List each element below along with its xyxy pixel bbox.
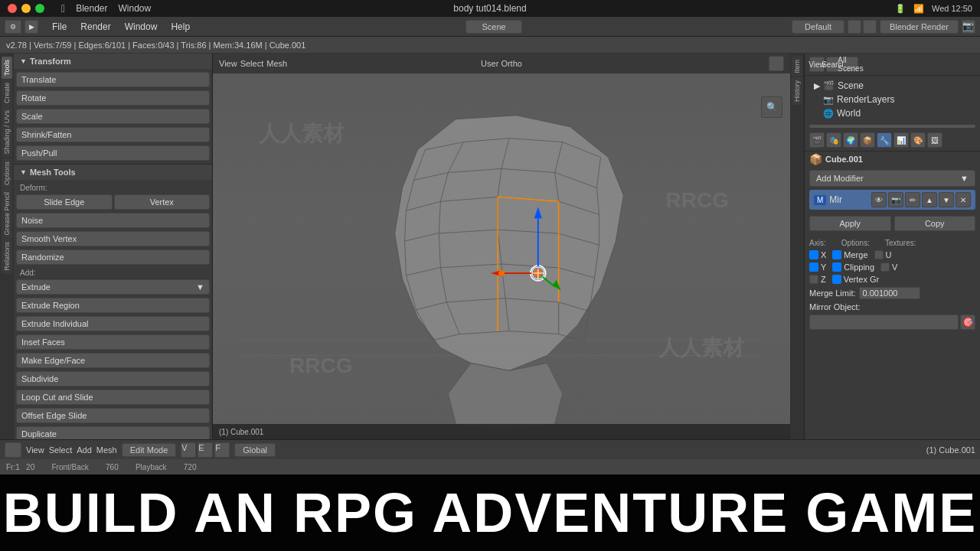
modifier-render-icon[interactable]: 📷 xyxy=(888,192,903,207)
view-menu-vp[interactable]: View xyxy=(219,59,237,68)
mesh-tools-header[interactable]: ▼ Mesh Tools xyxy=(14,165,212,180)
global-dropdown[interactable]: Global xyxy=(234,443,276,457)
zoom-icon[interactable]: 🔍 xyxy=(761,96,782,118)
scene-props-icon[interactable]: 🎭 xyxy=(826,132,841,148)
rotate-btn[interactable]: Rotate xyxy=(16,90,210,106)
edit-mode-dropdown[interactable]: Edit Mode xyxy=(122,443,177,457)
vertex-mode-icon[interactable]: V xyxy=(181,442,196,458)
world-item[interactable]: 🌐 World xyxy=(811,106,974,120)
scale-btn[interactable]: Scale xyxy=(16,109,210,124)
relations-tab[interactable]: Relations xyxy=(2,239,12,274)
scene-dropdown[interactable]: Scene xyxy=(466,20,521,34)
layout-icon[interactable] xyxy=(848,20,861,34)
help-menu[interactable]: Help xyxy=(165,20,196,34)
extrude-dropdown-btn[interactable]: Extrude ▼ xyxy=(16,279,210,295)
modifier-up-icon[interactable]: ▲ xyxy=(922,192,937,207)
modifier-close-icon[interactable]: ✕ xyxy=(956,192,971,207)
modifier-down-icon[interactable]: ▼ xyxy=(939,192,954,207)
slide-edge-btn[interactable]: Slide Edge xyxy=(16,194,113,210)
bottom-icon-1[interactable] xyxy=(5,442,21,458)
merge-checkbox[interactable] xyxy=(832,250,841,259)
layout-icon2[interactable] xyxy=(863,20,877,34)
render-icon-btn[interactable]: ⚙ xyxy=(5,20,21,34)
camera-icon[interactable]: 📷 xyxy=(962,20,975,34)
default-dropdown[interactable]: Default xyxy=(792,20,844,34)
x-axis-row: X Merge U xyxy=(805,249,980,261)
file-menu[interactable]: File xyxy=(46,20,73,34)
select-menu-vp[interactable]: Select xyxy=(240,59,264,68)
data-props-icon[interactable]: 📊 xyxy=(893,132,909,148)
grease-pencil-tab[interactable]: Grease Pencil xyxy=(2,189,12,239)
x-checkbox[interactable] xyxy=(809,250,818,259)
mesh-menu-bottom[interactable]: Mesh xyxy=(96,445,117,455)
vertex-gr-checkbox[interactable] xyxy=(832,275,841,284)
offset-edge-slide-btn[interactable]: Offset Edge Slide xyxy=(16,408,210,423)
scene-item[interactable]: ▶ 🎬 Scene xyxy=(811,79,974,93)
viewport[interactable]: View Select Mesh User Ortho 人人素材 RRCG RR… xyxy=(213,54,790,439)
world-props-icon[interactable]: 🌍 xyxy=(843,132,858,148)
select-menu-bottom[interactable]: Select xyxy=(49,445,73,455)
v-checkbox[interactable] xyxy=(880,262,890,272)
view-nav-icon[interactable] xyxy=(769,56,784,71)
extrude-individual-btn[interactable]: Extrude Individual xyxy=(16,316,210,331)
vertex-btn[interactable]: Vertex xyxy=(114,194,211,210)
maximize-button[interactable] xyxy=(35,4,44,13)
window-menu[interactable]: Window xyxy=(119,3,152,14)
right-tab-1[interactable]: Item xyxy=(792,57,802,77)
scene-icon-btn[interactable]: ▶ xyxy=(24,20,38,34)
viewport-3d[interactable]: 人人素材 RRCG RRCG 人人素材 xyxy=(213,73,790,439)
face-mode-icon[interactable]: F xyxy=(214,442,230,458)
transform-header[interactable]: ▼ Transform xyxy=(14,54,212,69)
push-pull-btn[interactable]: Push/Pull xyxy=(16,145,210,161)
y-checkbox[interactable] xyxy=(809,262,818,272)
duplicate-btn[interactable]: Duplicate xyxy=(16,426,210,439)
translate-btn[interactable]: Translate xyxy=(16,72,210,87)
shading-uvs-tab[interactable]: Shading / UVs xyxy=(2,107,12,158)
add-modifier-btn[interactable]: Add Modifier ▼ xyxy=(809,170,975,187)
z-checkbox[interactable] xyxy=(809,275,818,284)
edge-mode-icon[interactable]: E xyxy=(198,442,213,458)
view-menu-bottom[interactable]: View xyxy=(26,445,44,455)
randomize-btn[interactable]: Randomize xyxy=(16,249,210,265)
render-props-icon[interactable]: 🎬 xyxy=(809,132,825,148)
modifier-props-icon[interactable]: 🔧 xyxy=(877,132,892,148)
modifier-eye-icon[interactable]: 👁 xyxy=(871,192,887,207)
window-menu-blender[interactable]: Window xyxy=(119,20,164,34)
smooth-vertex-btn[interactable]: Smooth Vertex xyxy=(16,231,210,246)
extrude-region-btn[interactable]: Extrude Region xyxy=(16,298,210,313)
minimize-button[interactable] xyxy=(21,4,31,13)
tools-tab[interactable]: Tools xyxy=(2,57,12,79)
right-tab-2[interactable]: History xyxy=(792,77,802,105)
create-tab[interactable]: Create xyxy=(2,80,12,106)
close-button[interactable] xyxy=(8,4,17,13)
texture-props-icon[interactable]: 🖼 xyxy=(927,132,942,148)
noise-btn[interactable]: Noise xyxy=(16,213,210,228)
object-props-icon[interactable]: 📦 xyxy=(860,132,875,148)
mirror-object-input[interactable] xyxy=(809,315,959,330)
render-engine-dropdown[interactable]: Blender Render xyxy=(880,20,959,34)
clipping-checkbox[interactable] xyxy=(832,262,841,272)
modifier-edit-icon[interactable]: ✏ xyxy=(905,192,920,207)
material-props-icon[interactable]: 🎨 xyxy=(910,132,926,148)
mirror-object-picker[interactable]: 🎯 xyxy=(960,315,975,330)
inset-faces-btn[interactable]: Inset Faces xyxy=(16,334,210,350)
render-layers-item[interactable]: 📷 RenderLayers xyxy=(811,93,974,106)
copy-btn[interactable]: Copy xyxy=(894,216,976,231)
u-checkbox[interactable] xyxy=(874,250,884,259)
options-tab[interactable]: Options xyxy=(2,158,12,188)
right-panel-header: View Search All Scenes xyxy=(805,54,980,76)
scrollbar[interactable] xyxy=(809,125,975,128)
add-menu-bottom[interactable]: Add xyxy=(77,445,92,455)
subdivide-btn[interactable]: Subdivide xyxy=(16,371,210,386)
all-scenes-btn[interactable]: All Scenes xyxy=(843,57,858,72)
loop-cut-slide-btn[interactable]: Loop Cut and Slide xyxy=(16,390,210,405)
apply-btn[interactable]: Apply xyxy=(809,216,891,231)
macos-top-bar:  Blender Window body tut014.blend 🔋 📶 W… xyxy=(0,0,980,17)
merge-limit-input[interactable] xyxy=(859,287,920,299)
merge-limit-label: Merge Limit: xyxy=(809,289,856,298)
render-menu[interactable]: Render xyxy=(74,20,116,34)
mesh-menu-vp[interactable]: Mesh xyxy=(266,59,287,68)
make-edge-face-btn[interactable]: Make Edge/Face xyxy=(16,353,210,368)
shrink-fatten-btn[interactable]: Shrink/Fatten xyxy=(16,127,210,142)
mirror-object-input-row: 🎯 xyxy=(809,315,975,330)
